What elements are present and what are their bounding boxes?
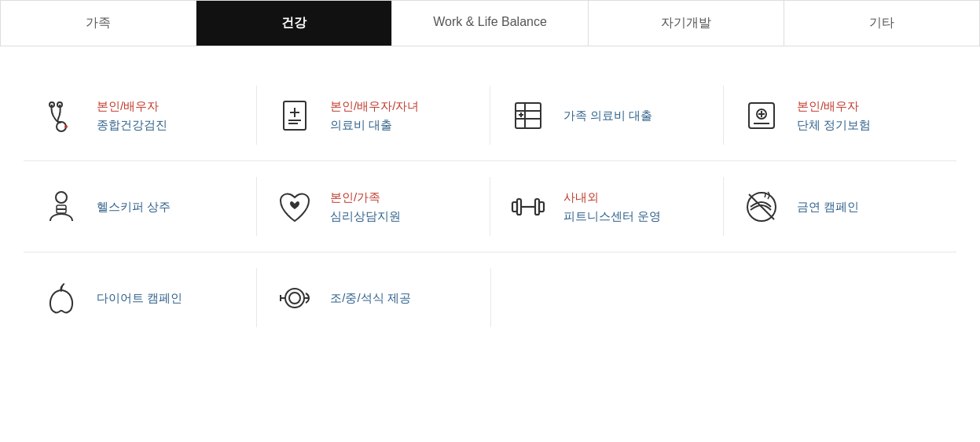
item-health-keeper-text: 헬스키퍼 상주 xyxy=(97,197,171,216)
empty-cell-2 xyxy=(724,268,956,327)
grid-row-3: 다이어트 캠페인 조/중/석식 제공 xyxy=(24,252,956,343)
item-medical-loan-text: 본인/배우자/자녀 의료비 대출 xyxy=(330,97,419,134)
item-counseling[interactable]: 본인/가족 심리상담지원 xyxy=(257,177,490,236)
item-single: 헬스키퍼 상주 xyxy=(97,197,171,216)
item-family-medical[interactable]: 가족 의료비 대출 xyxy=(490,86,724,145)
item-group-insurance[interactable]: 본인/배우자 단체 정기보험 xyxy=(724,86,956,145)
doctor-icon xyxy=(39,185,83,228)
tab-selfdev[interactable]: 자기개발 xyxy=(589,1,784,46)
tab-worklife[interactable]: Work & Life Balance xyxy=(392,1,588,46)
item-no-smoking[interactable]: 금연 캠페인 xyxy=(724,177,956,236)
svg-rect-24 xyxy=(517,199,521,215)
item-line1: 본인/배우자 xyxy=(97,97,167,116)
stethoscope-icon xyxy=(39,94,83,137)
tab-bar: 가족 건강 Work & Life Balance 자기개발 기타 xyxy=(0,0,980,46)
item-line1: 사내외 xyxy=(563,188,661,207)
tab-health[interactable]: 건강 xyxy=(196,1,392,46)
item-health-checkup-text: 본인/배우자 종합건강검진 xyxy=(97,97,167,134)
item-meals-text: 조/중/석식 제공 xyxy=(330,289,411,308)
tab-other[interactable]: 기타 xyxy=(784,1,979,46)
dumbbell-icon xyxy=(506,185,549,228)
item-single: 다이어트 캠페인 xyxy=(97,289,182,308)
item-counseling-text: 본인/가족 심리상담지원 xyxy=(330,188,401,226)
medical-table-icon xyxy=(506,94,549,137)
item-diet-text: 다이어트 캠페인 xyxy=(97,289,182,308)
item-line1: 본인/배우자/자녀 xyxy=(330,97,419,116)
grid-row-1: 본인/배우자 종합건강검진 본인/배우자/자녀 의료비 대출 xyxy=(24,70,956,161)
item-line1: 본인/가족 xyxy=(330,188,401,207)
meal-icon xyxy=(273,276,316,319)
svg-point-20 xyxy=(56,192,67,203)
medical-plus-icon xyxy=(740,94,783,137)
item-meals[interactable]: 조/중/석식 제공 xyxy=(257,268,490,327)
item-line2: 종합건강검진 xyxy=(97,116,167,134)
tab-gajok[interactable]: 가족 xyxy=(1,1,196,46)
item-health-checkup[interactable]: 본인/배우자 종합건강검진 xyxy=(24,86,257,145)
item-line2: 심리상담지원 xyxy=(330,207,401,226)
shield-heart-icon xyxy=(273,185,316,228)
apple-icon xyxy=(39,276,83,319)
svg-point-30 xyxy=(285,289,304,308)
item-line2: 의료비 대출 xyxy=(330,116,419,134)
item-group-insurance-text: 본인/배우자 단체 정기보험 xyxy=(797,97,871,134)
item-fitness[interactable]: 사내외 피트니스센터 운영 xyxy=(490,177,724,236)
item-single: 가족 의료비 대출 xyxy=(563,106,652,125)
item-health-keeper[interactable]: 헬스키퍼 상주 xyxy=(24,177,257,236)
medical-doc-icon xyxy=(273,94,316,137)
grid-row-2: 헬스키퍼 상주 본인/가족 심리상담지원 xyxy=(24,161,956,252)
item-diet[interactable]: 다이어트 캠페인 xyxy=(24,268,257,327)
empty-cell-1 xyxy=(491,268,724,327)
item-medical-loan[interactable]: 본인/배우자/자녀 의료비 대출 xyxy=(257,86,490,145)
item-family-medical-text: 가족 의료비 대출 xyxy=(563,106,652,125)
svg-point-31 xyxy=(289,293,300,304)
item-no-smoking-text: 금연 캠페인 xyxy=(797,197,859,216)
content-area: 본인/배우자 종합건강검진 본인/배우자/자녀 의료비 대출 xyxy=(0,46,980,359)
item-line1: 본인/배우자 xyxy=(797,97,871,116)
item-line2: 단체 정기보험 xyxy=(797,116,871,134)
item-line2: 피트니스센터 운영 xyxy=(563,207,661,226)
item-fitness-text: 사내외 피트니스센터 운영 xyxy=(563,188,661,226)
svg-rect-26 xyxy=(539,202,544,212)
no-smoking-icon xyxy=(740,185,783,228)
svg-point-3 xyxy=(64,125,68,128)
item-single: 조/중/석식 제공 xyxy=(330,289,411,308)
item-single: 금연 캠페인 xyxy=(797,197,859,216)
